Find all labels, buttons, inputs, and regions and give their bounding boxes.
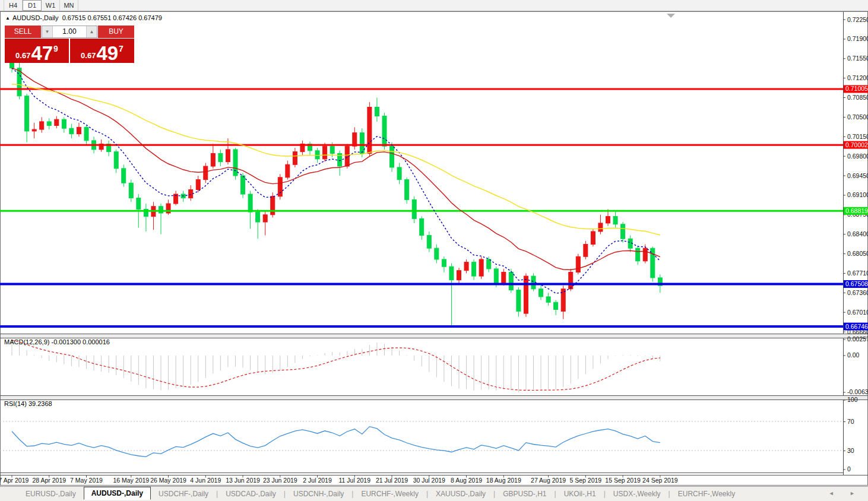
candle-body[interactable] bbox=[293, 152, 297, 165]
candle-body[interactable] bbox=[129, 183, 133, 198]
candle-body[interactable] bbox=[360, 133, 364, 154]
candle-body[interactable] bbox=[435, 248, 439, 259]
candle-body[interactable] bbox=[502, 272, 506, 284]
candle-body[interactable] bbox=[420, 218, 424, 235]
candle-body[interactable] bbox=[159, 207, 163, 213]
candle-body[interactable] bbox=[196, 180, 200, 190]
candle-body[interactable] bbox=[576, 256, 580, 272]
candle-body[interactable] bbox=[412, 199, 416, 218]
candle-body[interactable] bbox=[606, 217, 610, 223]
candle-body[interactable] bbox=[114, 152, 118, 169]
candle-body[interactable] bbox=[323, 146, 327, 159]
candle-body[interactable] bbox=[368, 107, 372, 153]
candle-body[interactable] bbox=[584, 245, 588, 257]
tab-eurchf-weekly[interactable]: EURCHF-,Weekly bbox=[353, 488, 426, 500]
candle-body[interactable] bbox=[539, 289, 543, 297]
tab-usdx-weekly[interactable]: USDX-,Weekly bbox=[606, 488, 669, 500]
candle-body[interactable] bbox=[405, 180, 409, 200]
candle-body[interactable] bbox=[69, 128, 74, 134]
timeframe-button-mn[interactable]: MN bbox=[60, 0, 78, 11]
timeframe-button-w1[interactable]: W1 bbox=[42, 0, 60, 11]
sell-button[interactable]: SELL bbox=[5, 26, 41, 38]
tab-usdchf-daily[interactable]: USDCHF-,Daily bbox=[151, 488, 216, 500]
candle-body[interactable] bbox=[509, 272, 513, 290]
sell-quote[interactable]: 0.67479 bbox=[5, 39, 69, 63]
panel-separator[interactable] bbox=[1, 334, 867, 338]
candle-body[interactable] bbox=[218, 153, 223, 161]
candle-body[interactable] bbox=[598, 223, 603, 232]
tab-gbpusd-h1[interactable]: GBPUSD-,H1 bbox=[495, 488, 554, 500]
candle-body[interactable] bbox=[211, 153, 215, 166]
buy-quote[interactable]: 0.67497 bbox=[70, 39, 134, 63]
candle-body[interactable] bbox=[449, 267, 454, 280]
panel-separator[interactable] bbox=[1, 396, 867, 399]
candle-body[interactable] bbox=[204, 166, 208, 180]
candle-body[interactable] bbox=[591, 232, 595, 245]
tab-eurchf-weekly[interactable]: EURCHF-,Weekly bbox=[670, 488, 743, 500]
candle-body[interactable] bbox=[25, 96, 29, 131]
candle-body[interactable] bbox=[248, 194, 252, 212]
candle-body[interactable] bbox=[241, 176, 245, 194]
candle-body[interactable] bbox=[494, 269, 498, 283]
candle-body[interactable] bbox=[643, 248, 647, 261]
candle-body[interactable] bbox=[189, 190, 193, 198]
candle-body[interactable] bbox=[546, 297, 550, 302]
candle-body[interactable] bbox=[47, 122, 51, 126]
candle-body[interactable] bbox=[487, 259, 491, 269]
tab-scroll-arrows[interactable]: ◄ ► bbox=[829, 490, 862, 496]
candle-body[interactable] bbox=[256, 212, 260, 222]
volume-input[interactable]: 1.00 bbox=[53, 26, 86, 37]
candle-body[interactable] bbox=[427, 236, 431, 249]
tab-ukoil-h1[interactable]: UKOil-,H1 bbox=[556, 488, 604, 500]
date-tick-label: 26 May 2019 bbox=[150, 477, 186, 484]
timeframe-button-d1[interactable]: D1 bbox=[23, 0, 42, 11]
candle-body[interactable] bbox=[32, 129, 36, 131]
candle-body[interactable] bbox=[263, 215, 267, 222]
candle-body[interactable] bbox=[122, 169, 126, 183]
sell-quote-prefix: 0.67 bbox=[15, 51, 30, 60]
candle-body[interactable] bbox=[40, 122, 44, 129]
timeframe-button-h4[interactable]: H4 bbox=[4, 0, 23, 11]
candle-body[interactable] bbox=[479, 259, 483, 276]
candle-body[interactable] bbox=[651, 248, 655, 278]
candle-body[interactable] bbox=[286, 164, 290, 177]
candle-body[interactable] bbox=[382, 116, 387, 147]
candle-body[interactable] bbox=[472, 262, 476, 276]
candle-body[interactable] bbox=[613, 217, 617, 224]
candle-body[interactable] bbox=[55, 119, 59, 125]
tab-eurusd-daily[interactable]: EURUSD-,Daily bbox=[18, 488, 84, 500]
candle-body[interactable] bbox=[315, 151, 319, 159]
tab-audusd-daily[interactable]: AUDUSD-,Daily bbox=[84, 487, 151, 500]
tab-usdcnh-daily[interactable]: USDCNH-,Daily bbox=[286, 488, 351, 500]
candle-body[interactable] bbox=[621, 224, 625, 239]
candle-body[interactable] bbox=[375, 107, 379, 116]
candle-body[interactable] bbox=[271, 196, 275, 215]
tab-xauusd-daily[interactable]: XAUUSD-,Daily bbox=[428, 488, 493, 500]
candle-body[interactable] bbox=[278, 177, 282, 196]
candle-body[interactable] bbox=[554, 302, 558, 309]
candle-body[interactable] bbox=[464, 262, 468, 271]
buy-button[interactable]: BUY bbox=[98, 26, 134, 38]
candle-body[interactable] bbox=[517, 290, 521, 312]
candle-body[interactable] bbox=[62, 119, 66, 128]
candle-body[interactable] bbox=[569, 272, 573, 289]
candle-body[interactable] bbox=[442, 259, 446, 267]
candle-body[interactable] bbox=[397, 167, 401, 180]
volume-increase-icon[interactable]: ▲ bbox=[86, 26, 97, 37]
candle-body[interactable] bbox=[84, 127, 88, 141]
candle-body[interactable] bbox=[226, 150, 230, 162]
candle-body[interactable] bbox=[390, 146, 394, 167]
candle-body[interactable] bbox=[524, 276, 528, 313]
candle-body[interactable] bbox=[10, 62, 14, 68]
candle-body[interactable] bbox=[233, 150, 237, 176]
candle-body[interactable] bbox=[137, 198, 141, 210]
sell-quote-big: 47 bbox=[31, 45, 53, 62]
candle-body[interactable] bbox=[457, 271, 461, 280]
tab-usdcad-daily[interactable]: USDCAD-,Daily bbox=[218, 488, 284, 500]
chart-plot-area[interactable]: 0.722500.719000.715500.712000.708500.705… bbox=[0, 0, 868, 501]
candle-body[interactable] bbox=[77, 127, 81, 134]
candle-body[interactable] bbox=[330, 146, 334, 153]
date-tick-label: 4 Jun 2019 bbox=[190, 477, 221, 484]
candle-body[interactable] bbox=[636, 248, 640, 261]
volume-decrease-icon[interactable]: ▼ bbox=[42, 26, 53, 37]
